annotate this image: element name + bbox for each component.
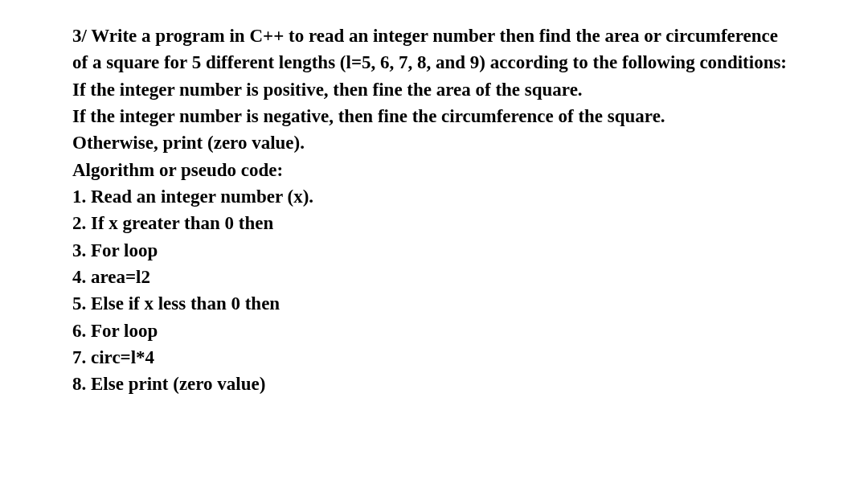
text-line: If the integer number is positive, then … bbox=[72, 76, 796, 103]
text-line: 3. For loop bbox=[72, 237, 796, 264]
text-line: If the integer number is negative, then … bbox=[72, 103, 796, 129]
text-line: 6. For loop bbox=[72, 318, 796, 344]
text-line: 8. Else print (zero value) bbox=[72, 371, 796, 397]
text-line: 7. circ=l*4 bbox=[72, 344, 796, 371]
text-line: Otherwise, print (zero value). bbox=[72, 129, 796, 156]
document-content: 3/ Write a program in C++ to read an int… bbox=[72, 23, 796, 398]
text-line: 2. If x greater than 0 then bbox=[72, 210, 796, 236]
text-line: 3/ Write a program in C++ to read an int… bbox=[72, 23, 796, 76]
text-line: 4. area=l2 bbox=[72, 264, 796, 290]
text-line: 1. Read an integer number (x). bbox=[72, 183, 796, 210]
text-line: 5. Else if x less than 0 then bbox=[72, 290, 796, 317]
text-line: Algorithm or pseudo code: bbox=[72, 157, 796, 183]
